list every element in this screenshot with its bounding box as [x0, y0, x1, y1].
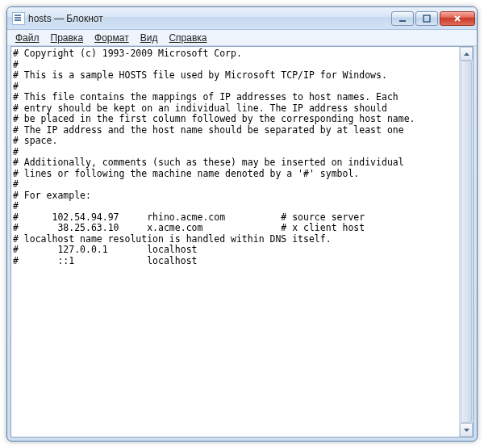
- menubar: Файл Правка Формат Вид Справка: [7, 30, 477, 46]
- menu-view[interactable]: Вид: [136, 31, 163, 44]
- scroll-up-button[interactable]: [460, 47, 473, 61]
- menu-edit[interactable]: Правка: [46, 31, 89, 44]
- vertical-scrollbar[interactable]: [459, 47, 473, 437]
- window-controls: [391, 11, 475, 26]
- menu-help[interactable]: Справка: [164, 31, 211, 44]
- scroll-track[interactable]: [460, 61, 473, 423]
- scroll-thumb[interactable]: [461, 61, 472, 423]
- text-editor[interactable]: # Copyright (c) 1993-2009 Microsoft Corp…: [11, 47, 459, 437]
- chevron-up-icon: [464, 52, 469, 56]
- window-title: hosts — Блокнот: [28, 13, 391, 24]
- notepad-icon: [12, 12, 25, 25]
- svg-rect-1: [424, 15, 430, 22]
- maximize-button[interactable]: [415, 11, 438, 26]
- svg-rect-0: [399, 20, 406, 22]
- minimize-button[interactable]: [391, 11, 414, 26]
- scroll-down-button[interactable]: [460, 423, 473, 437]
- menu-file[interactable]: Файл: [10, 31, 44, 44]
- close-button[interactable]: [440, 11, 475, 26]
- menu-format[interactable]: Формат: [90, 31, 134, 44]
- editor-frame: # Copyright (c) 1993-2009 Microsoft Corp…: [10, 46, 474, 438]
- titlebar[interactable]: hosts — Блокнот: [7, 7, 477, 30]
- maximize-icon: [423, 15, 431, 23]
- notepad-window: hosts — Блокнот Файл Правка Формат Вид С…: [6, 6, 478, 442]
- chevron-down-icon: [464, 429, 469, 432]
- minimize-icon: [398, 15, 407, 23]
- close-icon: [453, 15, 461, 23]
